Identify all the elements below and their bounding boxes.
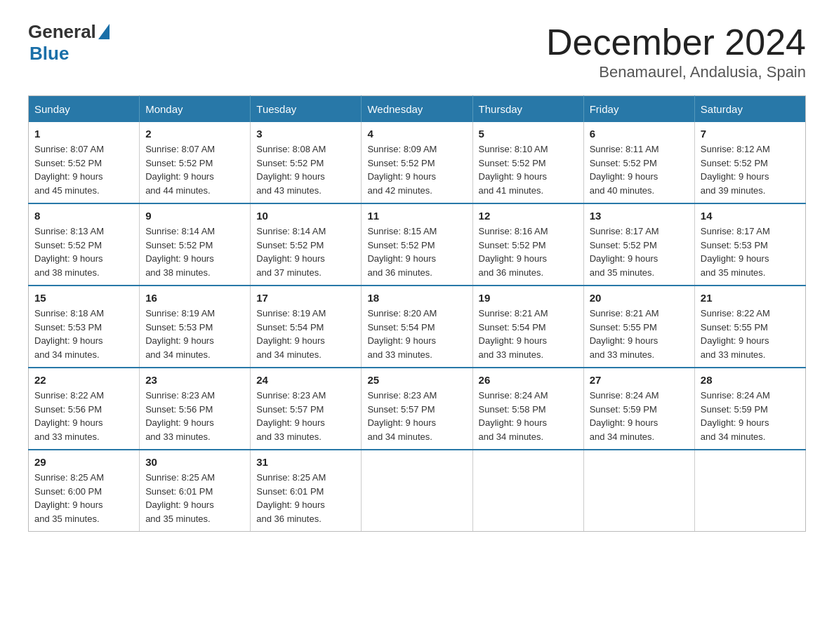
calendar-cell: 3 Sunrise: 8:08 AM Sunset: 5:52 PM Dayli… [251, 122, 362, 203]
day-info: Sunrise: 8:24 AM Sunset: 5:58 PM Dayligh… [479, 389, 578, 443]
calendar-cell: 22 Sunrise: 8:22 AM Sunset: 5:56 PM Dayl… [29, 368, 140, 450]
calendar-cell [694, 450, 805, 532]
day-info: Sunrise: 8:19 AM Sunset: 5:53 PM Dayligh… [145, 307, 244, 361]
day-info: Sunrise: 8:15 AM Sunset: 5:52 PM Dayligh… [367, 224, 466, 279]
calendar-cell: 25 Sunrise: 8:23 AM Sunset: 5:57 PM Dayl… [362, 368, 472, 450]
day-info: Sunrise: 8:23 AM Sunset: 5:57 PM Dayligh… [367, 389, 466, 443]
day-number: 17 [256, 292, 355, 304]
calendar-cell: 15 Sunrise: 8:18 AM Sunset: 5:53 PM Dayl… [29, 286, 140, 368]
day-info: Sunrise: 8:25 AM Sunset: 6:00 PM Dayligh… [34, 471, 133, 525]
title-section: December 2024 Benamaurel, Andalusia, Spa… [546, 21, 806, 81]
day-number: 30 [145, 456, 244, 468]
day-number: 6 [590, 128, 689, 140]
day-number: 11 [367, 210, 466, 222]
header-row: SundayMondayTuesdayWednesdayThursdayFrid… [29, 96, 806, 123]
calendar-cell: 7 Sunrise: 8:12 AM Sunset: 5:52 PM Dayli… [694, 122, 805, 203]
calendar-table: SundayMondayTuesdayWednesdayThursdayFrid… [28, 95, 806, 532]
day-info: Sunrise: 8:23 AM Sunset: 5:57 PM Dayligh… [256, 389, 355, 443]
day-info: Sunrise: 8:21 AM Sunset: 5:55 PM Dayligh… [590, 307, 689, 361]
day-info: Sunrise: 8:13 AM Sunset: 5:52 PM Dayligh… [34, 224, 133, 279]
day-info: Sunrise: 8:18 AM Sunset: 5:53 PM Dayligh… [34, 307, 133, 361]
day-number: 7 [701, 128, 800, 140]
calendar-body: 1 Sunrise: 8:07 AM Sunset: 5:52 PM Dayli… [29, 122, 806, 532]
day-info: Sunrise: 8:09 AM Sunset: 5:52 PM Dayligh… [367, 142, 466, 197]
day-number: 15 [34, 292, 133, 304]
day-number: 16 [145, 292, 244, 304]
day-info: Sunrise: 8:20 AM Sunset: 5:54 PM Dayligh… [367, 307, 466, 361]
day-number: 13 [590, 210, 689, 222]
day-info: Sunrise: 8:24 AM Sunset: 5:59 PM Dayligh… [701, 389, 800, 443]
calendar-cell: 11 Sunrise: 8:15 AM Sunset: 5:52 PM Dayl… [362, 203, 472, 286]
day-info: Sunrise: 8:24 AM Sunset: 5:59 PM Dayligh… [590, 389, 689, 443]
day-number: 3 [256, 128, 355, 140]
calendar-cell: 6 Sunrise: 8:11 AM Sunset: 5:52 PM Dayli… [583, 122, 694, 203]
day-number: 25 [367, 374, 466, 386]
day-number: 4 [367, 128, 466, 140]
calendar-cell: 20 Sunrise: 8:21 AM Sunset: 5:55 PM Dayl… [583, 286, 694, 368]
calendar-header: SundayMondayTuesdayWednesdayThursdayFrid… [29, 96, 806, 123]
day-info: Sunrise: 8:17 AM Sunset: 5:52 PM Dayligh… [590, 224, 689, 279]
calendar-cell: 13 Sunrise: 8:17 AM Sunset: 5:52 PM Dayl… [583, 203, 694, 286]
calendar-cell: 29 Sunrise: 8:25 AM Sunset: 6:00 PM Dayl… [29, 450, 140, 532]
day-number: 23 [145, 374, 244, 386]
header-friday: Friday [583, 96, 694, 123]
week-row-2: 8 Sunrise: 8:13 AM Sunset: 5:52 PM Dayli… [29, 203, 806, 286]
day-number: 22 [34, 374, 133, 386]
calendar-cell: 21 Sunrise: 8:22 AM Sunset: 5:55 PM Dayl… [694, 286, 805, 368]
week-row-3: 15 Sunrise: 8:18 AM Sunset: 5:53 PM Dayl… [29, 286, 806, 368]
header-wednesday: Wednesday [362, 96, 472, 123]
calendar-cell: 31 Sunrise: 8:25 AM Sunset: 6:01 PM Dayl… [251, 450, 362, 532]
day-info: Sunrise: 8:11 AM Sunset: 5:52 PM Dayligh… [590, 142, 689, 197]
calendar-cell: 5 Sunrise: 8:10 AM Sunset: 5:52 PM Dayli… [472, 122, 583, 203]
calendar-cell: 12 Sunrise: 8:16 AM Sunset: 5:52 PM Dayl… [472, 203, 583, 286]
header-sunday: Sunday [29, 96, 140, 123]
logo-triangle-icon [98, 24, 110, 39]
day-info: Sunrise: 8:25 AM Sunset: 6:01 PM Dayligh… [145, 471, 244, 525]
day-info: Sunrise: 8:22 AM Sunset: 5:56 PM Dayligh… [34, 389, 133, 443]
day-info: Sunrise: 8:23 AM Sunset: 5:56 PM Dayligh… [145, 389, 244, 443]
day-number: 9 [145, 210, 244, 222]
day-info: Sunrise: 8:07 AM Sunset: 5:52 PM Dayligh… [145, 142, 244, 197]
calendar-cell: 9 Sunrise: 8:14 AM Sunset: 5:52 PM Dayli… [140, 203, 251, 286]
day-number: 21 [701, 292, 800, 304]
day-number: 1 [34, 128, 133, 140]
logo-general: General [28, 21, 96, 43]
day-info: Sunrise: 8:14 AM Sunset: 5:52 PM Dayligh… [256, 224, 355, 279]
main-title: December 2024 [546, 21, 806, 63]
calendar-cell [583, 450, 694, 532]
subtitle: Benamaurel, Andalusia, Spain [546, 63, 806, 81]
calendar-cell [472, 450, 583, 532]
day-number: 31 [256, 456, 355, 468]
header-saturday: Saturday [694, 96, 805, 123]
calendar-cell: 24 Sunrise: 8:23 AM Sunset: 5:57 PM Dayl… [251, 368, 362, 450]
calendar-cell: 2 Sunrise: 8:07 AM Sunset: 5:52 PM Dayli… [140, 122, 251, 203]
header-monday: Monday [140, 96, 251, 123]
day-info: Sunrise: 8:25 AM Sunset: 6:01 PM Dayligh… [256, 471, 355, 525]
day-info: Sunrise: 8:16 AM Sunset: 5:52 PM Dayligh… [479, 224, 578, 279]
calendar-cell: 16 Sunrise: 8:19 AM Sunset: 5:53 PM Dayl… [140, 286, 251, 368]
day-number: 10 [256, 210, 355, 222]
day-number: 29 [34, 456, 133, 468]
day-number: 2 [145, 128, 244, 140]
day-number: 28 [701, 374, 800, 386]
day-info: Sunrise: 8:07 AM Sunset: 5:52 PM Dayligh… [34, 142, 133, 197]
calendar-cell: 19 Sunrise: 8:21 AM Sunset: 5:54 PM Dayl… [472, 286, 583, 368]
calendar-cell: 1 Sunrise: 8:07 AM Sunset: 5:52 PM Dayli… [29, 122, 140, 203]
day-number: 12 [479, 210, 578, 222]
calendar-cell: 4 Sunrise: 8:09 AM Sunset: 5:52 PM Dayli… [362, 122, 472, 203]
day-info: Sunrise: 8:17 AM Sunset: 5:53 PM Dayligh… [701, 224, 800, 279]
calendar-cell: 26 Sunrise: 8:24 AM Sunset: 5:58 PM Dayl… [472, 368, 583, 450]
day-info: Sunrise: 8:10 AM Sunset: 5:52 PM Dayligh… [479, 142, 578, 197]
day-info: Sunrise: 8:21 AM Sunset: 5:54 PM Dayligh… [479, 307, 578, 361]
calendar-cell: 27 Sunrise: 8:24 AM Sunset: 5:59 PM Dayl… [583, 368, 694, 450]
calendar-cell: 14 Sunrise: 8:17 AM Sunset: 5:53 PM Dayl… [694, 203, 805, 286]
calendar-cell: 17 Sunrise: 8:19 AM Sunset: 5:54 PM Dayl… [251, 286, 362, 368]
day-info: Sunrise: 8:08 AM Sunset: 5:52 PM Dayligh… [256, 142, 355, 197]
day-number: 19 [479, 292, 578, 304]
calendar-cell [362, 450, 472, 532]
header-tuesday: Tuesday [251, 96, 362, 123]
week-row-1: 1 Sunrise: 8:07 AM Sunset: 5:52 PM Dayli… [29, 122, 806, 203]
week-row-4: 22 Sunrise: 8:22 AM Sunset: 5:56 PM Dayl… [29, 368, 806, 450]
logo-blue: Blue [29, 43, 110, 65]
day-info: Sunrise: 8:19 AM Sunset: 5:54 PM Dayligh… [256, 307, 355, 361]
